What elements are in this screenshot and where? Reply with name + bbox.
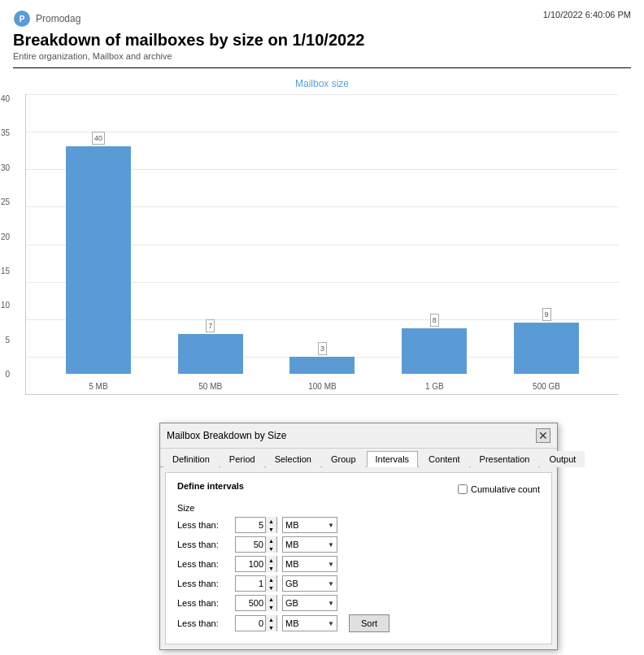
spinbox-2: 50 ▲ ▼ <box>235 536 277 553</box>
interval-label-1: Less than: <box>177 520 230 530</box>
spinbox-1: 5 ▲ ▼ <box>235 517 277 533</box>
unit-select-4[interactable]: MBGBTB <box>282 575 337 592</box>
promodag-logo-icon: P <box>13 10 31 28</box>
interval-label-4: Less than: <box>177 579 230 588</box>
report-subtitle: Entire organization, Mailbox and archive <box>0 51 644 67</box>
size-col-header: Size <box>177 503 194 513</box>
define-intervals-label: Define intervals <box>177 481 244 491</box>
spinbox-down-6[interactable]: ▼ <box>266 623 276 631</box>
bar-500gb <box>514 323 579 374</box>
bar-group-1gb: 8 <box>402 314 467 374</box>
logo-area: P Promodag <box>13 10 80 28</box>
spinbox-up-2[interactable]: ▲ <box>266 536 276 544</box>
tab-intervals[interactable]: Intervals <box>367 451 419 467</box>
y-label-15: 15 <box>1 267 10 275</box>
svg-text:P: P <box>20 15 25 24</box>
tab-presentation[interactable]: Presentation <box>471 451 539 467</box>
tab-content[interactable]: Content <box>420 451 469 467</box>
unit-select-wrapper-1: MBGBTB <box>282 517 337 533</box>
dialog-title: Mailbox Breakdown by Size <box>167 430 286 441</box>
unit-select-wrapper-3: MBGBTB <box>282 556 337 572</box>
tab-definition[interactable]: Definition <box>163 451 219 467</box>
tab-selection[interactable]: Selection <box>266 451 320 467</box>
tab-group[interactable]: Group <box>322 451 365 467</box>
spinbox-arrows-3: ▲ ▼ <box>265 556 276 572</box>
spinbox-6: 0 ▲ ▼ <box>235 615 277 631</box>
bar-value-5mb: 40 <box>92 132 105 145</box>
interval-row-6: Less than: 0 ▲ ▼ MBGBTB Sort <box>177 614 540 632</box>
bar-1gb <box>402 328 467 374</box>
tab-output[interactable]: Output <box>540 451 585 467</box>
spinbox-down-4[interactable]: ▼ <box>266 583 276 592</box>
chart-container: Mailbox size 40 35 30 25 20 15 10 5 0 <box>0 78 644 395</box>
spinbox-value-1: 5 <box>236 520 265 530</box>
spinbox-up-1[interactable]: ▲ <box>266 517 276 525</box>
y-label-20: 20 <box>1 232 10 241</box>
x-label-5mb: 5 MB <box>66 382 131 391</box>
bar-5mb <box>66 146 131 374</box>
cumulative-count-checkbox[interactable] <box>458 484 468 494</box>
spinbox-up-4[interactable]: ▲ <box>266 575 276 583</box>
interval-row-2: Less than: 50 ▲ ▼ MBGBTB <box>177 536 540 553</box>
spinbox-up-5[interactable]: ▲ <box>266 595 276 603</box>
header: P Promodag 1/10/2022 6:40:06 PM <box>0 0 644 31</box>
spinbox-3: 100 ▲ ▼ <box>235 556 277 572</box>
x-label-1gb: 1 GB <box>402 382 467 391</box>
spinbox-4: 1 ▲ ▼ <box>235 575 277 592</box>
bar-group-500gb: 9 <box>514 308 579 374</box>
cumulative-count-label: Cumulative count <box>471 484 540 494</box>
x-label-50mb: 50 MB <box>178 382 243 391</box>
unit-select-1[interactable]: MBGBTB <box>282 517 337 533</box>
interval-row-3: Less than: 100 ▲ ▼ MBGBTB <box>177 556 540 572</box>
chart-title: Mailbox size <box>24 78 620 89</box>
spinbox-arrows-1: ▲ ▼ <box>265 517 276 533</box>
spinbox-arrows-6: ▲ ▼ <box>265 615 276 631</box>
spinbox-up-6[interactable]: ▲ <box>266 615 276 623</box>
y-label-0: 0 <box>6 370 11 379</box>
unit-select-3[interactable]: MBGBTB <box>282 556 337 572</box>
unit-select-2[interactable]: MBGBTB <box>282 536 337 553</box>
unit-select-wrapper-4: MBGBTB <box>282 575 337 592</box>
bar-100mb <box>289 357 355 374</box>
x-label-100mb: 100 MB <box>289 382 355 391</box>
report-date: 1/10/2022 6:40:06 PM <box>543 10 631 20</box>
y-label-30: 30 <box>1 163 10 172</box>
unit-select-6[interactable]: MBGBTB <box>282 615 337 631</box>
spinbox-value-3: 100 <box>236 559 265 569</box>
sort-button[interactable]: Sort <box>349 614 389 632</box>
bar-group-5mb: 40 <box>66 132 131 374</box>
unit-select-5[interactable]: MBGBTB <box>282 595 337 611</box>
interval-label-3: Less than: <box>177 559 230 569</box>
y-axis-labels: 40 35 30 25 20 15 10 5 0 <box>1 94 13 379</box>
spinbox-down-1[interactable]: ▼ <box>266 525 276 533</box>
interval-row-1: Less than: 5 ▲ ▼ MBGBTB <box>177 517 540 533</box>
x-axis-labels: 5 MB 50 MB 100 MB 1 GB 500 GB <box>26 382 619 391</box>
spinbox-5: 500 ▲ ▼ <box>235 595 277 611</box>
bar-value-100mb: 3 <box>318 342 327 355</box>
spinbox-up-3[interactable]: ▲ <box>266 556 276 564</box>
interval-row-5: Less than: 500 ▲ ▼ MBGBTB <box>177 595 540 611</box>
tab-period[interactable]: Period <box>220 451 264 467</box>
spinbox-arrows-4: ▲ ▼ <box>265 575 276 592</box>
bars-area: 40 7 3 8 <box>26 94 619 374</box>
spinbox-down-2[interactable]: ▼ <box>266 544 276 553</box>
y-label-40: 40 <box>1 94 10 103</box>
bar-value-1gb: 8 <box>430 314 439 327</box>
logo-text: Promodag <box>36 13 80 24</box>
tabs-bar: Definition Period Selection Group Interv… <box>160 449 557 467</box>
bar-group-50mb: 7 <box>178 319 243 374</box>
y-label-25: 25 <box>1 197 10 206</box>
mailbox-breakdown-dialog: Mailbox Breakdown by Size ✕ Definition P… <box>159 423 558 650</box>
spinbox-value-4: 1 <box>236 579 265 588</box>
unit-select-wrapper-5: MBGBTB <box>282 595 337 611</box>
spinbox-down-3[interactable]: ▼ <box>266 564 276 572</box>
cumulative-count-row: Cumulative count <box>458 484 540 494</box>
spinbox-value-6: 0 <box>236 618 265 628</box>
page-title: Breakdown of mailboxes by size on 1/10/2… <box>0 31 644 51</box>
spinbox-arrows-2: ▲ ▼ <box>265 536 276 553</box>
spinbox-down-5[interactable]: ▼ <box>266 603 276 611</box>
bar-value-50mb: 7 <box>206 319 215 332</box>
spinbox-value-2: 50 <box>236 540 265 549</box>
dialog-titlebar: Mailbox Breakdown by Size ✕ <box>160 423 557 449</box>
dialog-close-button[interactable]: ✕ <box>536 428 550 443</box>
